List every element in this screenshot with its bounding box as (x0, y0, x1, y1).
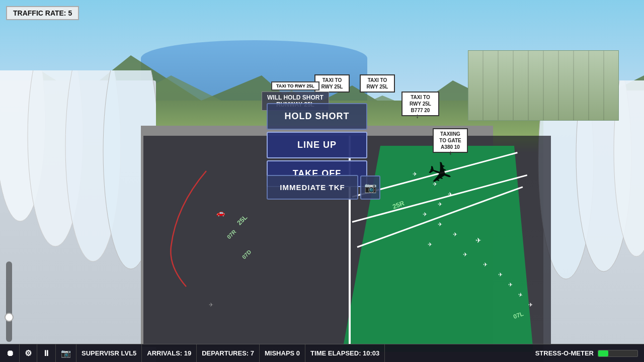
plane-9: ✈ (463, 251, 467, 258)
plane-6: ✈ (438, 221, 442, 228)
stress-bar-fill (598, 350, 608, 356)
action-buttons-panel: HOLD SHORT LINE UP TAKE OFF (267, 103, 367, 187)
stress-label: STRESS-O-METER (535, 349, 594, 357)
time-elapsed-text: TIME ELAPSED: 10:03 (310, 349, 379, 357)
line-up-button[interactable]: LINE UP (267, 132, 367, 158)
taxi-b777-line3: B777 20 (406, 107, 435, 114)
plane-7: ✈ (453, 231, 457, 238)
plane-8: ✈ (428, 241, 432, 248)
hold-short-taxi-small: TAXI TO RWY 25L (271, 81, 319, 90)
traffic-rate-badge: TRAFFIC RATE: 5 (6, 6, 79, 20)
plane-3: ✈ (448, 191, 452, 198)
departures-count: DEPARTURES: 7 (197, 344, 260, 362)
settings-icon: ⚙ (25, 348, 32, 358)
mishaps-count: MISHAPS 0 (260, 344, 305, 362)
plane-11: ✈ (498, 272, 503, 278)
pause-icon: ⏸ (42, 349, 50, 358)
plane-1: ✈ (413, 171, 417, 177)
record-icon: ⏺ (6, 349, 14, 358)
record-button[interactable]: ⏺ (6, 344, 20, 362)
roof-arches-right (536, 80, 644, 362)
stress-meter: STRESS-O-METER (535, 349, 638, 357)
mishaps-text: MISHAPS 0 (265, 349, 300, 357)
plane-10: ✈ (483, 261, 488, 268)
plane-12: ✈ (508, 282, 513, 288)
supervisor-text: SUPERVISR LVL5 (82, 349, 136, 357)
taxi-gate-arrow: ↓ (449, 148, 452, 156)
status-bar: ⏺ ⚙ ⏸ 📷 SUPERVISR LVL5 ARRIVALS: 19 DEPA… (0, 344, 644, 362)
taxi-label-2: TAXI TO RWY 25L (360, 74, 395, 93)
taxi-gate-line1: TAXIING (437, 131, 464, 137)
settings-button[interactable]: ⚙ (20, 344, 37, 362)
vehicle-red: 🚗 (216, 209, 225, 217)
camera-icon: 📷 (364, 182, 377, 194)
plane-4: ✈ (438, 201, 442, 208)
hold-short-button[interactable]: HOLD SHORT (267, 103, 367, 130)
immediate-tkf-button[interactable]: IMMEDIATE TKF (267, 175, 358, 200)
background-buildings (468, 50, 619, 121)
roof-arches (0, 70, 156, 347)
plane-5: ✈ (423, 211, 427, 218)
taxi-gate-line2: TO GATE (437, 137, 464, 144)
time-elapsed: TIME ELAPSED: 10:03 (305, 344, 385, 362)
status-camera-icon: 📷 (61, 348, 71, 358)
plane-15: ✈ (209, 302, 213, 308)
arrivals-text: ARRIVALS: 19 (147, 349, 191, 357)
supervisor-level: SUPERVISR LVL5 (76, 344, 142, 362)
vertical-slider[interactable] (6, 261, 12, 342)
plane-2: ✈ (433, 181, 437, 188)
terminal-left (0, 80, 156, 362)
departures-text: DEPARTURES: 7 (202, 349, 254, 357)
status-camera-button[interactable]: 📷 (56, 344, 76, 362)
taxi-label-2-line2: RWY 25L (364, 83, 391, 90)
pause-button[interactable]: ⏸ (37, 344, 56, 362)
taxi-label-b777: TAXI TO RWY 25L B777 20 (401, 92, 439, 116)
taxi-b777-line1: TAXI TO (406, 94, 435, 101)
taxi-arrow-b777: ↓ (416, 112, 419, 120)
terminal-right (543, 90, 644, 362)
red-taxi-path (156, 166, 257, 292)
stress-bar-container (598, 350, 638, 357)
plane-16: ✈ (475, 236, 481, 244)
taxi-b777-line2: RWY 25L (406, 101, 435, 107)
arrivals-count: ARRIVALS: 19 (142, 344, 197, 362)
bottom-action-row: IMMEDIATE TKF 📷 (267, 175, 380, 200)
plane-14: ✈ (528, 302, 533, 308)
slider-thumb[interactable] (5, 313, 14, 322)
camera-button[interactable]: 📷 (360, 175, 380, 200)
taxi-label-2-line1: TAXI TO (364, 77, 391, 83)
